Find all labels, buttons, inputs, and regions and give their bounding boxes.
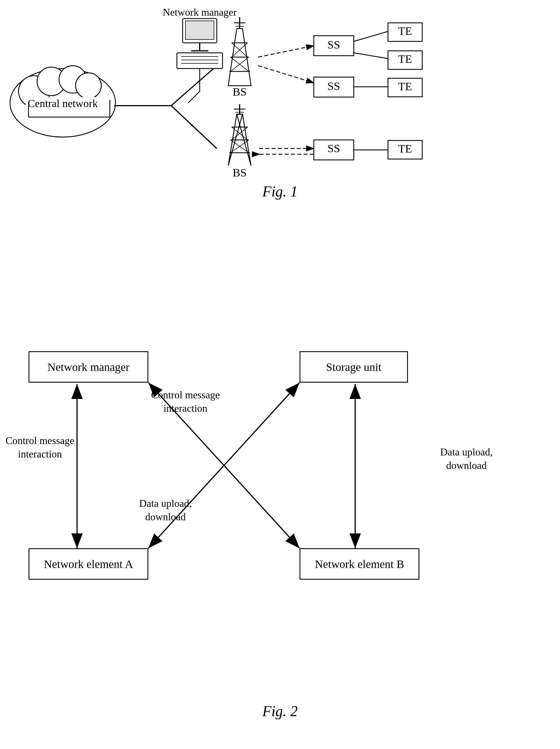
svg-line-39 — [258, 66, 314, 83]
control-message-top-label: Control message interaction — [143, 388, 228, 415]
svg-line-38 — [258, 46, 314, 57]
svg-text:Network manager: Network manager — [163, 8, 237, 18]
svg-line-24 — [188, 91, 200, 103]
svg-text:BS: BS — [233, 85, 247, 98]
network-element-a-box: Network element A — [28, 548, 148, 580]
network-manager-box: Network manager — [28, 351, 148, 383]
svg-text:BS: BS — [233, 166, 247, 179]
svg-line-44 — [354, 31, 388, 41]
svg-text:TE: TE — [398, 25, 412, 37]
svg-rect-16 — [185, 21, 214, 39]
svg-line-14 — [171, 106, 217, 149]
fig1-label: Fig. 1 — [262, 183, 297, 200]
data-upload-right-label: Data upload, download — [425, 446, 508, 472]
svg-text:SS: SS — [328, 80, 340, 92]
svg-text:Central network: Central network — [28, 98, 98, 109]
storage-unit-box: Storage unit — [299, 351, 408, 383]
svg-text:TE: TE — [398, 142, 412, 155]
page: Central network Networ — [0, 0, 560, 749]
storage-unit-label: Storage unit — [326, 360, 381, 374]
data-upload-bottom-label: Data upload, download — [123, 497, 208, 524]
svg-point-6 — [75, 73, 101, 99]
svg-line-45 — [354, 53, 388, 59]
svg-line-13 — [171, 66, 217, 106]
figure-1: Central network Networ — [0, 8, 560, 203]
svg-text:TE: TE — [398, 52, 412, 65]
network-element-b-box: Network element B — [299, 548, 419, 580]
control-message-left-label: Control message interaction — [3, 434, 77, 461]
network-element-b-label: Network element B — [315, 557, 404, 571]
svg-text:SS: SS — [328, 38, 340, 51]
svg-text:TE: TE — [398, 80, 412, 93]
svg-rect-19 — [177, 53, 223, 68]
network-manager-label: Network manager — [47, 360, 130, 374]
fig2-label: Fig. 2 — [262, 703, 297, 720]
svg-text:SS: SS — [328, 142, 340, 155]
figure-2: Network manager Storage unit Network ele… — [0, 314, 560, 728]
network-element-a-label: Network element A — [44, 557, 133, 571]
